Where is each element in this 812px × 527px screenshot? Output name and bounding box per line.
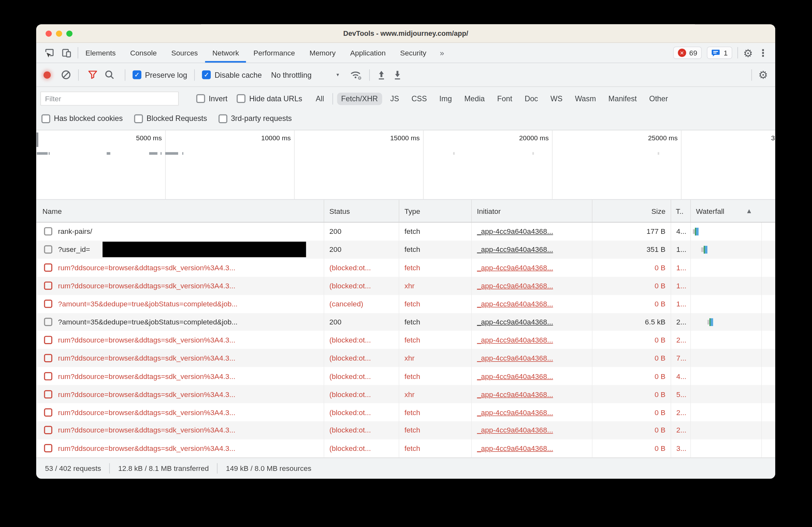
record-button[interactable] [44,71,51,78]
column-header-size[interactable]: Size [593,200,671,222]
row-checkbox[interactable] [44,444,52,452]
table-row[interactable]: rum?ddsource=browser&ddtags=sdk_version%… [36,277,775,295]
initiator-link[interactable]: _app-4cc9a640a4368... [477,245,553,254]
initiator-link[interactable]: _app-4cc9a640a4368... [477,282,553,290]
3rd-party-requests-checkbox[interactable] [218,114,227,123]
inspect-element-icon[interactable] [45,48,54,57]
clear-button[interactable] [61,70,71,80]
import-har-icon[interactable] [377,70,386,80]
tab-application[interactable]: Application [343,43,393,63]
tab-sources[interactable]: Sources [164,43,205,63]
blocked-requests-checkbox[interactable] [134,114,143,123]
table-row[interactable]: ?amount=35&dedupe=true&jobStatus=complet… [36,295,775,313]
row-checkbox[interactable] [44,227,52,236]
column-header-status[interactable]: Status [324,200,399,222]
initiator-link[interactable]: _app-4cc9a640a4368... [477,372,553,380]
tab-security[interactable]: Security [393,43,433,63]
row-checkbox[interactable] [44,245,52,254]
tab-console[interactable]: Console [123,43,164,63]
table-row[interactable]: rum?ddsource=browser&ddtags=sdk_version%… [36,421,775,439]
table-row[interactable]: rank-pairs/ 200 fetch _app-4cc9a640a4368… [36,223,775,241]
row-checkbox[interactable] [44,354,52,362]
invert-control[interactable]: Invert [196,94,228,103]
request-name[interactable]: rum?ddsource=browser&ddtags=sdk_version%… [58,390,235,398]
zoom-window-button[interactable] [66,30,72,36]
request-name[interactable]: ?user_id= [58,245,90,254]
request-name[interactable]: rum?ddsource=browser&ddtags=sdk_version%… [58,372,235,380]
3rd-party-requests-control[interactable]: 3rd-party requests [218,114,292,123]
request-name[interactable]: rank-pairs/ [58,227,92,236]
preserve-log-checkbox[interactable]: ✓ [133,70,141,79]
filter-type-fetchxhr[interactable]: Fetch/XHR [337,92,382,105]
table-row[interactable]: rum?ddsource=browser&ddtags=sdk_version%… [36,349,775,367]
table-row[interactable]: rum?ddsource=browser&ddtags=sdk_version%… [36,259,775,277]
preserve-log-control[interactable]: ✓ Preserve log [133,70,187,79]
tab-memory[interactable]: Memory [302,43,343,63]
table-row[interactable]: rum?ddsource=browser&ddtags=sdk_version%… [36,331,775,349]
initiator-link[interactable]: _app-4cc9a640a4368... [477,408,553,416]
export-har-icon[interactable] [393,70,402,80]
column-header-name[interactable]: Name [36,200,324,222]
device-toolbar-icon[interactable] [62,48,71,57]
disable-cache-checkbox[interactable]: ✓ [202,70,211,79]
initiator-link[interactable]: _app-4cc9a640a4368... [477,300,553,308]
row-checkbox[interactable] [44,336,52,344]
request-name[interactable]: ?amount=35&dedupe=true&jobStatus=complet… [58,318,237,326]
column-header-waterfall[interactable]: Waterfall ▲ [691,200,775,222]
row-checkbox[interactable] [44,318,52,326]
request-name[interactable]: ?amount=35&dedupe=true&jobStatus=complet… [58,300,237,308]
hide-data-urls-control[interactable]: Hide data URLs [237,94,302,103]
blocked-requests-control[interactable]: Blocked Requests [134,114,207,123]
tab-performance[interactable]: Performance [246,43,302,63]
filter-type-js[interactable]: JS [386,92,403,105]
search-icon[interactable] [104,70,114,80]
column-header-initiator[interactable]: Initiator [472,200,593,222]
filter-type-font[interactable]: Font [493,92,517,105]
row-checkbox[interactable] [44,426,52,434]
kebab-menu-icon[interactable]: ⋮ [758,47,768,59]
request-name[interactable]: rum?ddsource=browser&ddtags=sdk_version%… [58,354,235,362]
request-name[interactable]: rum?ddsource=browser&ddtags=sdk_version%… [58,282,235,290]
filter-type-img[interactable]: Img [435,92,456,105]
request-name[interactable]: rum?ddsource=browser&ddtags=sdk_version%… [58,444,235,452]
table-row[interactable]: rum?ddsource=browser&ddtags=sdk_version%… [36,367,775,385]
request-name[interactable]: rum?ddsource=browser&ddtags=sdk_version%… [58,408,235,416]
initiator-link[interactable]: _app-4cc9a640a4368... [477,444,553,452]
table-row[interactable]: ?user_id= 200 fetch _app-4cc9a640a4368..… [36,241,775,259]
network-settings-gear-icon[interactable]: ⚙ [758,69,768,80]
close-window-button[interactable] [45,30,52,36]
timeline-scrubber[interactable] [36,133,38,147]
initiator-link[interactable]: _app-4cc9a640a4368... [477,336,553,344]
filter-type-wasm[interactable]: Wasm [571,92,600,105]
has-blocked-cookies-control[interactable]: Has blocked cookies [41,114,122,123]
row-checkbox[interactable] [44,390,52,398]
column-header-time[interactable]: T.. [671,200,691,222]
settings-gear-icon[interactable]: ⚙ [743,47,753,58]
table-row[interactable]: rum?ddsource=browser&ddtags=sdk_version%… [36,439,775,457]
row-checkbox[interactable] [44,408,52,416]
filter-type-css[interactable]: CSS [407,92,431,105]
more-tabs-chevron[interactable]: » [433,43,450,63]
hide-data-urls-checkbox[interactable] [237,94,246,103]
timeline-overview[interactable]: 5000 ms10000 ms15000 ms20000 ms25000 ms3 [36,130,775,200]
filter-type-doc[interactable]: Doc [521,92,542,105]
filter-input[interactable] [40,92,178,105]
initiator-link[interactable]: _app-4cc9a640a4368... [477,426,553,434]
error-count-badge[interactable]: ✕ 69 [673,46,702,59]
invert-checkbox[interactable] [196,94,205,103]
throttling-select[interactable]: No throttling ▾ [271,71,339,79]
network-conditions-icon[interactable]: ⚙ [349,69,362,80]
filter-type-manifest[interactable]: Manifest [604,92,641,105]
minimize-window-button[interactable] [56,30,62,36]
column-header-type[interactable]: Type [399,200,472,222]
filter-type-all[interactable]: All [311,92,328,105]
initiator-link[interactable]: _app-4cc9a640a4368... [477,354,553,362]
filter-type-other[interactable]: Other [645,92,672,105]
request-name[interactable]: rum?ddsource=browser&ddtags=sdk_version%… [58,336,235,344]
tab-network[interactable]: Network [205,43,246,63]
table-row[interactable]: rum?ddsource=browser&ddtags=sdk_version%… [36,403,775,421]
row-checkbox[interactable] [44,264,52,272]
row-checkbox[interactable] [44,372,52,380]
initiator-link[interactable]: _app-4cc9a640a4368... [477,264,553,272]
row-checkbox[interactable] [44,300,52,308]
